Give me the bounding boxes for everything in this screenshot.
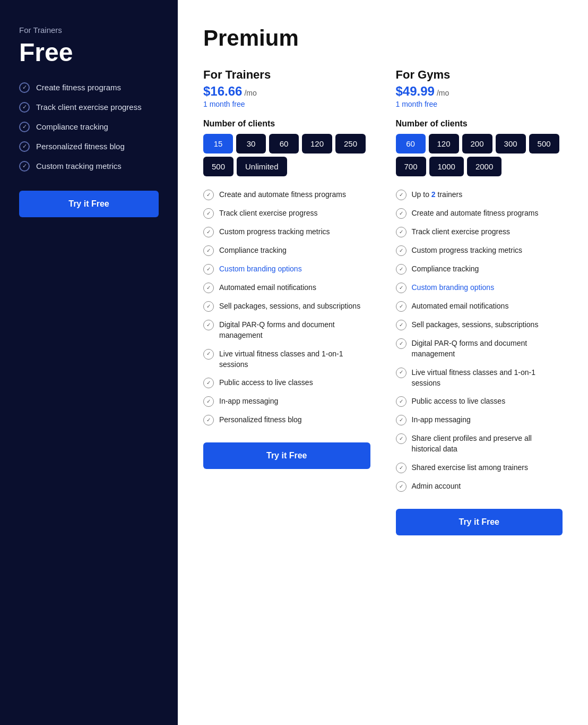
- gyms-title: For Gyms: [396, 68, 563, 82]
- feature-text: Create fitness programs: [36, 82, 121, 93]
- client-option-button[interactable]: 1000: [429, 157, 464, 176]
- check-icon: [203, 396, 214, 407]
- check-icon: [203, 378, 214, 388]
- feature-item: In-app messaging: [396, 414, 563, 425]
- feature-text: Track client exercise progress: [412, 226, 510, 237]
- check-icon: [396, 368, 407, 378]
- client-option-button[interactable]: 500: [529, 134, 559, 153]
- feature-text: Up to 2 trainers: [412, 189, 463, 200]
- client-option-button[interactable]: 2000: [467, 157, 501, 176]
- client-option-button[interactable]: 60: [396, 134, 426, 153]
- trainers-price: $16.66: [203, 84, 242, 99]
- feature-item: Custom branding options: [203, 263, 370, 275]
- feature-item: Up to 2 trainers: [396, 189, 563, 200]
- free-feature-item: Create fitness programs: [19, 82, 159, 93]
- check-icon: [19, 82, 30, 93]
- feature-item: Share client profiles and preserve all h…: [396, 433, 563, 455]
- client-option-button[interactable]: 120: [429, 134, 459, 153]
- gyms-per-mo: /mo: [437, 89, 449, 97]
- free-plan-panel: For Trainers Free Create fitness program…: [0, 0, 178, 725]
- feature-item: Automated email notifications: [203, 282, 370, 293]
- client-option-button[interactable]: Unlimited: [237, 157, 287, 176]
- feature-item: Sell packages, sessions, and subscriptio…: [203, 301, 370, 312]
- feature-item: Digital PAR-Q forms and document managem…: [203, 319, 370, 341]
- client-option-button[interactable]: 30: [236, 134, 266, 153]
- feature-item: Public access to live classes: [203, 377, 370, 388]
- feature-text: Digital PAR-Q forms and document managem…: [412, 338, 563, 360]
- feature-text: Track client exercise progress: [219, 208, 317, 218]
- feature-item: In-app messaging: [203, 396, 370, 407]
- feature-text: Compliance tracking: [36, 121, 108, 132]
- gyms-price: $49.99: [396, 84, 435, 99]
- check-icon: [396, 245, 407, 256]
- check-icon: [396, 227, 407, 237]
- feature-text: Live virtual fitness classes and 1-on-1 …: [219, 348, 370, 370]
- gyms-clients-label: Number of clients: [396, 119, 563, 129]
- check-icon: [203, 349, 214, 360]
- trainers-try-button[interactable]: Try it Free: [203, 442, 370, 469]
- feature-text: Track client exercise progress: [36, 101, 142, 113]
- check-icon: [203, 264, 214, 275]
- feature-text: Automated email notifications: [219, 282, 316, 293]
- check-icon: [396, 208, 407, 219]
- gyms-month-free: 1 month free: [396, 100, 563, 108]
- client-option-button[interactable]: 60: [269, 134, 299, 153]
- feature-item: Create and automate fitness programs: [396, 208, 563, 219]
- feature-item: Compliance tracking: [203, 245, 370, 256]
- feature-text: Live virtual fitness classes and 1-on-1 …: [412, 367, 563, 389]
- feature-item: Digital PAR-Q forms and document managem…: [396, 338, 563, 360]
- feature-text: Custom branding options: [412, 282, 495, 293]
- gyms-price-line: $49.99 /mo: [396, 84, 563, 99]
- feature-text: Sell packages, sessions, and subscriptio…: [219, 301, 360, 311]
- client-option-button[interactable]: 300: [496, 134, 526, 153]
- feature-item: Sell packages, sessions, subscriptions: [396, 319, 563, 330]
- check-icon: [19, 161, 30, 172]
- trainers-clients-label: Number of clients: [203, 119, 370, 129]
- client-option-button[interactable]: 250: [335, 134, 366, 153]
- check-icon: [203, 190, 214, 200]
- trainers-clients-grid: 153060120250500Unlimited: [203, 134, 370, 176]
- feature-text: In-app messaging: [219, 396, 278, 406]
- feature-item: Compliance tracking: [396, 263, 563, 275]
- feature-item: Automated email notifications: [396, 301, 563, 312]
- premium-title: Premium: [203, 25, 563, 51]
- free-feature-item: Compliance tracking: [19, 121, 159, 132]
- feature-text: Public access to live classes: [219, 377, 313, 388]
- feature-text: Create and automate fitness programs: [219, 189, 346, 200]
- trainers-title: For Trainers: [203, 68, 370, 82]
- free-for-label: For Trainers: [19, 25, 159, 35]
- feature-text: Custom progress tracking metrics: [412, 245, 523, 255]
- feature-text: Personalized fitness blog: [219, 414, 302, 425]
- check-icon: [396, 338, 407, 349]
- free-plan-name: Free: [19, 38, 159, 67]
- check-icon: [203, 208, 214, 219]
- free-try-button[interactable]: Try it Free: [19, 191, 159, 217]
- client-option-button[interactable]: 700: [396, 157, 426, 176]
- feature-text: Custom tracking metrics: [36, 160, 122, 172]
- feature-text: Sell packages, sessions, subscriptions: [412, 319, 539, 330]
- free-feature-item: Personalized fitness blog: [19, 141, 159, 152]
- client-option-button[interactable]: 200: [462, 134, 492, 153]
- feature-text: Shared exercise list among trainers: [412, 462, 528, 473]
- client-option-button[interactable]: 500: [203, 157, 234, 176]
- feature-text: Automated email notifications: [412, 301, 509, 311]
- free-features-list: Create fitness programsTrack client exer…: [19, 82, 159, 172]
- feature-text: Create and automate fitness programs: [412, 208, 539, 218]
- feature-item: Admin account: [396, 481, 563, 492]
- trainers-column: For Trainers $16.66 /mo 1 month free Num…: [203, 68, 370, 535]
- feature-text: Custom branding options: [219, 263, 302, 274]
- client-option-button[interactable]: 120: [302, 134, 332, 153]
- gyms-try-button[interactable]: Try it Free: [396, 509, 563, 535]
- feature-item: Shared exercise list among trainers: [396, 462, 563, 473]
- check-icon: [19, 141, 30, 152]
- feature-text: Compliance tracking: [219, 245, 287, 255]
- premium-columns: For Trainers $16.66 /mo 1 month free Num…: [203, 68, 563, 535]
- check-icon: [19, 102, 30, 113]
- feature-item: Personalized fitness blog: [203, 414, 370, 425]
- client-option-button[interactable]: 15: [203, 134, 233, 153]
- check-icon: [19, 122, 30, 132]
- check-icon: [396, 190, 407, 200]
- check-icon: [396, 283, 407, 293]
- feature-item: Track client exercise progress: [396, 226, 563, 237]
- trainers-price-line: $16.66 /mo: [203, 84, 370, 99]
